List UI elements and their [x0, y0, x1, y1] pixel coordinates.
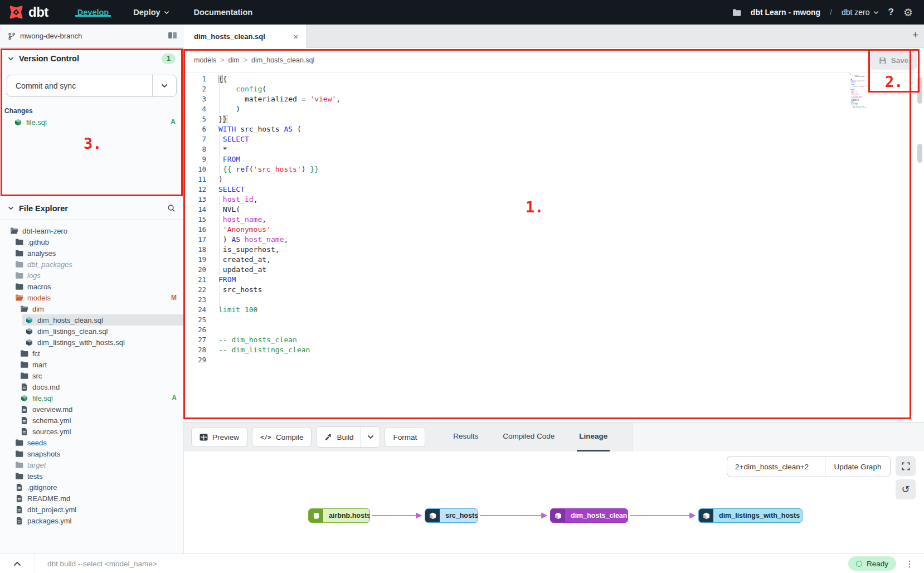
code-line-28[interactable]: 28-- dim_listings_clean [184, 345, 924, 355]
tree-item-overview-md[interactable]: overview.md [0, 404, 183, 415]
tab-results[interactable]: Results [451, 423, 480, 451]
fullscreen-button[interactable] [896, 456, 916, 476]
expand-panel-button[interactable] [0, 554, 35, 573]
tree-item-mart[interactable]: mart [0, 359, 183, 370]
tree-item-packages-yml[interactable]: packages.yml [0, 515, 183, 526]
tree-item-logs[interactable]: logs [0, 270, 183, 281]
breadcrumb-item[interactable]: models [194, 56, 216, 64]
tab-lineage[interactable]: Lineage [577, 423, 610, 451]
tree-item-docs-md[interactable]: docs.md [0, 381, 183, 392]
command-input[interactable] [35, 553, 848, 573]
tree-item-target[interactable]: target [0, 459, 183, 470]
tree-item-seeds[interactable]: seeds [0, 437, 183, 448]
tree-item-src[interactable]: src [0, 370, 183, 381]
code-line-20[interactable]: 20 updated_at [184, 265, 924, 275]
code-line-18[interactable]: 18 is_superhost, [184, 245, 924, 255]
scrollbar-thumb[interactable] [917, 144, 922, 163]
commit-options-caret[interactable] [152, 75, 176, 96]
code-line-8[interactable]: 8 * [184, 144, 924, 154]
tree-item-dim[interactable]: dim [0, 303, 183, 314]
code-line-24[interactable]: 24limit 100 [184, 305, 924, 315]
gear-icon[interactable]: ⚙ [903, 7, 913, 18]
code-line-27[interactable]: 27-- dim_hosts_clean [184, 335, 924, 345]
tree-item-snapshots[interactable]: snapshots [0, 448, 183, 459]
file-explorer-header[interactable]: File Explorer [0, 197, 183, 220]
tree-item-tests[interactable]: tests [0, 470, 183, 482]
update-graph-button[interactable]: Update Graph [825, 456, 891, 477]
tree-item-file-sql[interactable]: file.sqlA [0, 392, 183, 404]
code-line-11[interactable]: 11) [184, 174, 924, 184]
code-line-7[interactable]: 7 SELECT [184, 134, 924, 144]
format-button[interactable]: Format [385, 427, 425, 447]
breadcrumb-item[interactable]: dim_hosts_clean.sql [251, 56, 314, 64]
save-button[interactable]: Save [870, 51, 917, 70]
close-icon[interactable]: × [293, 32, 298, 41]
kebab-menu-icon[interactable]: ⋮ [905, 559, 914, 569]
tree-item--github[interactable]: .github [0, 236, 183, 247]
tree-item-readme-md[interactable]: README.md [0, 493, 183, 504]
code-line-19[interactable]: 19 created_at, [184, 255, 924, 265]
reset-view-button[interactable]: ↺ [896, 479, 916, 499]
code-line-22[interactable]: 22 src_hosts [184, 285, 924, 295]
code-line-10[interactable]: 10 {{ ref('src_hosts') }} [184, 164, 924, 174]
dbt-logo[interactable]: dbt [8, 4, 48, 21]
compile-button[interactable]: </> Compile [252, 427, 312, 447]
scrollbar-thumb[interactable] [917, 77, 922, 104]
tree-item-dbt-project-yml[interactable]: dbt_project.yml [0, 504, 183, 515]
tree-item-dim-listings-with-hosts-sql[interactable]: dim_listings_with_hosts.sql [0, 337, 183, 348]
code-line-21[interactable]: 21FROM [184, 275, 924, 285]
code-line-6[interactable]: 6WITH src_hosts AS ( [184, 124, 924, 134]
code-line-1[interactable]: 1{{ [184, 74, 924, 84]
nav-item-deploy[interactable]: Deploy [131, 8, 171, 17]
code-line-17[interactable]: 17 ) AS host_name, [184, 235, 924, 245]
tree-item-analyses[interactable]: analyses [0, 247, 183, 259]
tree-item-models[interactable]: modelsM [0, 292, 183, 303]
code-line-2[interactable]: 2 config( [184, 84, 924, 94]
lineage-selector-input[interactable] [727, 456, 825, 477]
code-line-3[interactable]: 3 materialized = 'view', [184, 94, 924, 104]
code-line-14[interactable]: 14 NVL( [184, 205, 924, 215]
minimap[interactable]: {{ config( materialized = 'view', )}}WIT… [850, 74, 869, 109]
tab-compiled-code[interactable]: Compiled Code [500, 423, 557, 451]
search-icon[interactable] [167, 204, 176, 212]
build-options-caret[interactable] [361, 427, 380, 447]
tree-item-fct[interactable]: fct [0, 348, 183, 359]
code-line-25[interactable]: 25 [184, 315, 924, 325]
account-name[interactable]: dbt Learn - mwong [751, 8, 820, 17]
tree-item--gitignore[interactable]: .gitignore [0, 482, 183, 493]
code-editor[interactable]: 1{{2 config(3 materialized = 'view',4 )5… [184, 72, 924, 422]
code-line-26[interactable]: 26 [184, 325, 924, 335]
lineage-node-dim-hosts-clean[interactable]: dim_hosts_clean [550, 508, 628, 523]
code-line-5[interactable]: 5}} [184, 114, 924, 124]
tree-item-sources-yml[interactable]: sources.yml [0, 426, 183, 437]
code-line-13[interactable]: 13 host_id, [184, 195, 924, 205]
code-line-29[interactable]: 29 [184, 355, 924, 365]
nav-item-develop[interactable]: Develop [75, 8, 111, 17]
code-line-15[interactable]: 15 host_name, [184, 215, 924, 225]
tree-item-dim-hosts-clean-sql[interactable]: dim_hosts_clean.sql [0, 314, 183, 326]
code-line-12[interactable]: 12SELECT [184, 184, 924, 195]
help-icon[interactable]: ? [888, 7, 894, 18]
version-control-header[interactable]: Version Control 1 [0, 48, 183, 69]
tree-item-dbt-packages[interactable]: dbt_packages [0, 259, 183, 270]
project-selector[interactable]: dbt zero [842, 8, 879, 17]
changed-file-row[interactable]: file.sql A [0, 116, 183, 128]
preview-button[interactable]: Preview [191, 427, 247, 447]
build-split-button[interactable]: Build [316, 426, 380, 448]
new-tab-plus-icon[interactable]: + [912, 29, 918, 41]
lineage-node-airbnb-hosts[interactable]: airbnb.hosts [308, 508, 370, 523]
code-line-23[interactable]: 23 [184, 295, 924, 305]
commit-and-sync-button[interactable]: Commit and sync [7, 75, 177, 97]
tree-item-macros[interactable]: macros [0, 281, 183, 292]
build-button[interactable]: Build [317, 427, 361, 447]
code-line-9[interactable]: 9 FROM [184, 154, 924, 164]
branch-name[interactable]: mwong-dev-branch [20, 32, 82, 40]
tree-item-dbt-learn-zero[interactable]: dbt-learn-zero [0, 225, 183, 236]
lineage-node-src-hosts[interactable]: src_hosts [425, 508, 478, 523]
tree-item-dim-listings-clean-sql[interactable]: dim_listings_clean.sql [0, 326, 183, 337]
tree-item-schema-yml[interactable]: schema.yml [0, 415, 183, 426]
tab-dim-hosts-clean[interactable]: dim_hosts_clean.sql × [184, 25, 307, 48]
lineage-node-dim-listings-with-hosts[interactable]: dim_listings_with_hosts [698, 508, 803, 523]
code-line-4[interactable]: 4 ) [184, 104, 924, 114]
breadcrumb-item[interactable]: dim [228, 56, 240, 64]
